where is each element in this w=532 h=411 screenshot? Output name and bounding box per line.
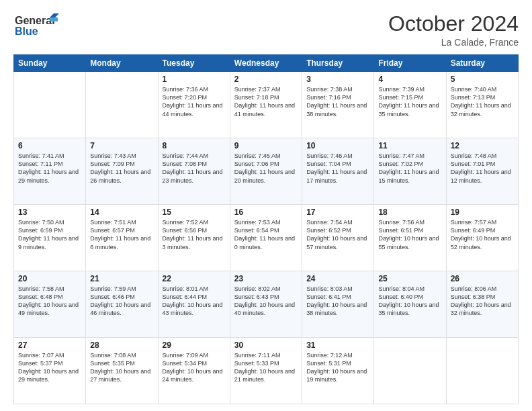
calendar-cell: 17Sunrise: 7:54 AMSunset: 6:52 PMDayligh…: [302, 205, 374, 271]
calendar-cell: [86, 72, 158, 138]
svg-text:General: General: [15, 15, 55, 26]
day-info: Sunrise: 7:52 AMSunset: 6:56 PMDaylight:…: [163, 218, 226, 251]
calendar-cell: 30Sunrise: 7:11 AMSunset: 5:33 PMDayligh…: [230, 338, 302, 404]
day-info: Sunrise: 7:12 AMSunset: 5:31 PMDaylight:…: [306, 351, 369, 384]
calendar-cell: 5Sunrise: 7:40 AMSunset: 7:13 PMDaylight…: [446, 72, 518, 138]
day-number: 24: [306, 274, 369, 283]
day-info: Sunrise: 8:06 AMSunset: 6:38 PMDaylight:…: [451, 285, 514, 318]
day-number: 23: [234, 274, 298, 283]
logo: General Blue: [13, 12, 60, 43]
calendar-cell: 28Sunrise: 7:08 AMSunset: 5:35 PMDayligh…: [86, 338, 158, 404]
day-number: 25: [378, 274, 441, 283]
day-info: Sunrise: 7:11 AMSunset: 5:33 PMDaylight:…: [234, 351, 298, 384]
day-number: 18: [378, 208, 441, 217]
logo-icon: General Blue: [13, 12, 60, 40]
day-number: 20: [18, 274, 81, 283]
day-info: Sunrise: 7:38 AMSunset: 7:16 PMDaylight:…: [306, 85, 369, 118]
weekday-header-monday: Monday: [86, 55, 158, 72]
day-info: Sunrise: 8:03 AMSunset: 6:41 PMDaylight:…: [306, 285, 369, 318]
weekday-header-row: SundayMondayTuesdayWednesdayThursdayFrid…: [14, 55, 519, 72]
calendar-cell: 7Sunrise: 7:43 AMSunset: 7:09 PMDaylight…: [86, 138, 158, 205]
day-number: 8: [163, 141, 226, 150]
day-info: Sunrise: 7:50 AMSunset: 6:59 PMDaylight:…: [18, 218, 81, 251]
day-number: 19: [451, 208, 514, 217]
day-info: Sunrise: 7:57 AMSunset: 6:49 PMDaylight:…: [451, 218, 514, 251]
calendar-cell: [14, 72, 86, 138]
calendar-cell: 2Sunrise: 7:37 AMSunset: 7:18 PMDaylight…: [230, 72, 302, 138]
title-area: October 2024 La Calade, France: [388, 12, 519, 48]
calendar-cell: 3Sunrise: 7:38 AMSunset: 7:16 PMDaylight…: [302, 72, 374, 138]
day-info: Sunrise: 7:43 AMSunset: 7:09 PMDaylight:…: [90, 152, 153, 185]
calendar-cell: 27Sunrise: 7:07 AMSunset: 5:37 PMDayligh…: [14, 338, 86, 404]
calendar-cell: 16Sunrise: 7:53 AMSunset: 6:54 PMDayligh…: [230, 205, 302, 271]
calendar-week-row: 20Sunrise: 7:58 AMSunset: 6:48 PMDayligh…: [14, 271, 519, 338]
calendar-cell: 11Sunrise: 7:47 AMSunset: 7:02 PMDayligh…: [374, 138, 446, 205]
day-info: Sunrise: 7:40 AMSunset: 7:13 PMDaylight:…: [451, 85, 514, 118]
calendar-cell: 1Sunrise: 7:36 AMSunset: 7:20 PMDaylight…: [158, 72, 230, 138]
day-info: Sunrise: 7:56 AMSunset: 6:51 PMDaylight:…: [378, 218, 441, 251]
svg-text:Blue: Blue: [15, 26, 38, 37]
calendar-week-row: 1Sunrise: 7:36 AMSunset: 7:20 PMDaylight…: [14, 72, 519, 138]
calendar-cell: 19Sunrise: 7:57 AMSunset: 6:49 PMDayligh…: [446, 205, 518, 271]
calendar-cell: 22Sunrise: 8:01 AMSunset: 6:44 PMDayligh…: [158, 271, 230, 338]
calendar-cell: 18Sunrise: 7:56 AMSunset: 6:51 PMDayligh…: [374, 205, 446, 271]
day-number: 9: [234, 141, 298, 150]
calendar-cell: [374, 338, 446, 404]
day-info: Sunrise: 7:58 AMSunset: 6:48 PMDaylight:…: [18, 285, 81, 318]
day-info: Sunrise: 7:36 AMSunset: 7:20 PMDaylight:…: [163, 85, 226, 118]
day-number: 1: [163, 75, 226, 84]
day-info: Sunrise: 7:09 AMSunset: 5:34 PMDaylight:…: [163, 351, 226, 384]
day-info: Sunrise: 7:46 AMSunset: 7:04 PMDaylight:…: [306, 152, 369, 185]
day-info: Sunrise: 7:54 AMSunset: 6:52 PMDaylight:…: [306, 218, 369, 251]
day-number: 21: [90, 274, 153, 283]
calendar-cell: 6Sunrise: 7:41 AMSunset: 7:11 PMDaylight…: [14, 138, 86, 205]
day-number: 5: [451, 75, 514, 84]
day-info: Sunrise: 7:44 AMSunset: 7:08 PMDaylight:…: [163, 152, 226, 185]
day-number: 6: [18, 141, 81, 150]
day-number: 13: [18, 208, 81, 217]
day-info: Sunrise: 8:01 AMSunset: 6:44 PMDaylight:…: [163, 285, 226, 318]
page-header: General Blue October 2024 La Calade, Fra…: [13, 12, 519, 48]
day-number: 10: [306, 141, 369, 150]
calendar-cell: 20Sunrise: 7:58 AMSunset: 6:48 PMDayligh…: [14, 271, 86, 338]
weekday-header-wednesday: Wednesday: [230, 55, 302, 72]
calendar-cell: 13Sunrise: 7:50 AMSunset: 6:59 PMDayligh…: [14, 205, 86, 271]
day-number: 7: [90, 141, 153, 150]
day-info: Sunrise: 8:04 AMSunset: 6:40 PMDaylight:…: [378, 285, 441, 318]
calendar-cell: 21Sunrise: 7:59 AMSunset: 6:46 PMDayligh…: [86, 271, 158, 338]
weekday-header-friday: Friday: [374, 55, 446, 72]
calendar-cell: 9Sunrise: 7:45 AMSunset: 7:06 PMDaylight…: [230, 138, 302, 205]
day-info: Sunrise: 7:07 AMSunset: 5:37 PMDaylight:…: [18, 351, 81, 384]
calendar-cell: 25Sunrise: 8:04 AMSunset: 6:40 PMDayligh…: [374, 271, 446, 338]
weekday-header-sunday: Sunday: [14, 55, 86, 72]
month-title: October 2024: [388, 12, 519, 36]
day-number: 3: [306, 75, 369, 84]
day-number: 26: [451, 274, 514, 283]
day-number: 22: [163, 274, 226, 283]
day-info: Sunrise: 7:37 AMSunset: 7:18 PMDaylight:…: [234, 85, 298, 118]
day-number: 30: [234, 340, 298, 350]
calendar-cell: [446, 338, 518, 404]
calendar-cell: 31Sunrise: 7:12 AMSunset: 5:31 PMDayligh…: [302, 338, 374, 404]
day-info: Sunrise: 7:39 AMSunset: 7:15 PMDaylight:…: [378, 85, 441, 118]
calendar-cell: 24Sunrise: 8:03 AMSunset: 6:41 PMDayligh…: [302, 271, 374, 338]
day-info: Sunrise: 7:47 AMSunset: 7:02 PMDaylight:…: [378, 152, 441, 185]
weekday-header-saturday: Saturday: [446, 55, 518, 72]
day-number: 28: [90, 340, 153, 350]
day-number: 17: [306, 208, 369, 217]
day-number: 29: [163, 340, 226, 350]
calendar-table: SundayMondayTuesdayWednesdayThursdayFrid…: [13, 54, 519, 404]
day-info: Sunrise: 7:45 AMSunset: 7:06 PMDaylight:…: [234, 152, 298, 185]
calendar-cell: 10Sunrise: 7:46 AMSunset: 7:04 PMDayligh…: [302, 138, 374, 205]
day-info: Sunrise: 7:08 AMSunset: 5:35 PMDaylight:…: [90, 351, 153, 384]
day-number: 4: [378, 75, 441, 84]
day-info: Sunrise: 7:59 AMSunset: 6:46 PMDaylight:…: [90, 285, 153, 318]
svg-marker-3: [50, 17, 58, 21]
calendar-week-row: 6Sunrise: 7:41 AMSunset: 7:11 PMDaylight…: [14, 138, 519, 205]
day-number: 12: [451, 141, 514, 150]
day-number: 2: [234, 75, 298, 84]
day-number: 11: [378, 141, 441, 150]
calendar-cell: 23Sunrise: 8:02 AMSunset: 6:43 PMDayligh…: [230, 271, 302, 338]
day-info: Sunrise: 7:41 AMSunset: 7:11 PMDaylight:…: [18, 152, 81, 185]
weekday-header-thursday: Thursday: [302, 55, 374, 72]
